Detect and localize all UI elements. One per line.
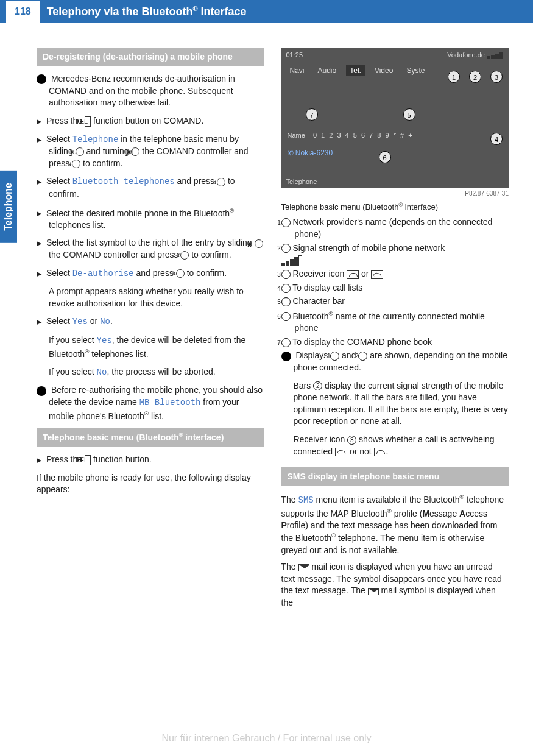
comand-screenshot: 01:25 Vodafone.de Navi Audio Tel. Video … bbox=[281, 48, 509, 188]
leg4-text: To display call lists bbox=[292, 283, 362, 292]
step-6: ▶ Select De-authorise and press ↯ to con… bbox=[37, 267, 264, 280]
leg3-pre: Receiver icon bbox=[292, 269, 347, 278]
watermark: Nur für internen Gebrauch / For internal… bbox=[0, 733, 533, 744]
circ-2: 2 bbox=[281, 244, 291, 253]
sms-post: menu item is available if the Bluetooth bbox=[314, 495, 460, 504]
marker-6: 6 bbox=[379, 151, 391, 163]
step-2-mono: Telephone bbox=[72, 135, 119, 144]
step-6-post: and press bbox=[134, 268, 176, 278]
legend-4: 4 To display call lists bbox=[281, 282, 509, 294]
scr-bottom-label: Telephone bbox=[286, 178, 317, 185]
step-6-mono: De-authorise bbox=[72, 269, 134, 278]
info3-b3-dot: . bbox=[386, 447, 389, 456]
step-6-body: A prompt appears asking whether you real… bbox=[37, 286, 264, 309]
marker-2: 2 bbox=[469, 71, 481, 83]
info3-b2-post: display the current signal strength of t… bbox=[294, 381, 508, 426]
info-icon: i bbox=[281, 352, 291, 361]
scr-tab-video: Video bbox=[371, 65, 397, 76]
step-1-post: function button on COMAND. bbox=[91, 116, 203, 125]
bullet-icon: ▶ bbox=[37, 270, 41, 277]
step-7-b1-tail: telephones list. bbox=[89, 348, 148, 358]
sup-r: ® bbox=[144, 410, 149, 417]
bullet-icon: ▶ bbox=[37, 210, 41, 217]
right-column: 01:25 Vodafone.de Navi Audio Tel. Video … bbox=[281, 48, 509, 609]
step-3-pre: Select bbox=[46, 176, 72, 186]
sms-p2-pre: The bbox=[281, 562, 298, 571]
info2-tail: list. bbox=[149, 411, 164, 420]
step-7-b1-yes: Yes bbox=[97, 336, 112, 345]
scr-phone-row: ✆ Nokia-6230 bbox=[288, 149, 503, 157]
info3-b3-or: or not bbox=[347, 447, 374, 456]
sms-bP: P bbox=[281, 520, 287, 530]
step-7-body1: If you select Yes, the device will be de… bbox=[37, 334, 264, 360]
content: De-registering (de-authorising) a mobile… bbox=[0, 23, 533, 609]
sms-t1: essage bbox=[429, 508, 459, 518]
step-8: ▶ Press the TEL function button. bbox=[37, 454, 264, 466]
press-icon: ↯ bbox=[72, 160, 80, 168]
step-4: ▶ Select the desired mobile phone in the… bbox=[37, 207, 264, 231]
info2-mono: MB Bluetooth bbox=[139, 398, 201, 408]
press-icon: ↯ bbox=[176, 269, 185, 278]
tel-key: TEL bbox=[85, 116, 91, 127]
circ-1-inline: 1 bbox=[330, 352, 339, 361]
leg7-text: To display the COMAND phone book bbox=[292, 337, 432, 347]
marker-7: 7 bbox=[306, 108, 318, 121]
bullet-icon: ▶ bbox=[37, 239, 41, 247]
step-3-mono: Bluetooth telephones bbox=[72, 177, 175, 186]
step-7-pre: Select bbox=[46, 316, 72, 326]
legend-6: 6 Bluetooth® name of the currently conne… bbox=[281, 309, 509, 334]
left-column: De-registering (de-authorising) a mobile… bbox=[37, 48, 264, 609]
receiver-up-icon bbox=[371, 270, 383, 279]
sup-r: ® bbox=[230, 207, 234, 214]
sms-t2: ccess bbox=[465, 508, 487, 518]
scr-name-row: Name 0 1 2 3 4 5 6 7 8 9 * # + bbox=[288, 132, 503, 139]
step-4-tail: telephones list. bbox=[49, 220, 105, 230]
leg3-or: or bbox=[359, 269, 371, 278]
step-2-mid: and turning bbox=[84, 146, 132, 156]
section-header-sms: SMS display in telephone basic menu bbox=[281, 467, 509, 486]
circ-5: 5 bbox=[281, 297, 291, 306]
step-7: ▶ Select Yes or No. bbox=[37, 316, 264, 328]
step-1: ▶ Press the TEL function button on COMAN… bbox=[37, 115, 264, 127]
screenshot-caption: Telephone basic menu (Bluetooth® interfa… bbox=[281, 202, 509, 211]
step-7-yes: Yes bbox=[72, 317, 88, 327]
info3-pre: Displays bbox=[295, 350, 330, 360]
info3-b2: Bars 2 display the current signal streng… bbox=[281, 380, 509, 428]
scr-tab-audio: Audio bbox=[314, 65, 341, 76]
legend-1: 1 Network provider's name (depends on th… bbox=[281, 216, 509, 240]
page-number: 118 bbox=[6, 1, 40, 23]
step-7-no: No bbox=[100, 317, 110, 327]
caption-pre: Telephone basic menu (Bluetooth bbox=[281, 202, 399, 211]
step-7-dot: . bbox=[110, 316, 113, 326]
step-5: ▶ Select the list symbol to the right of… bbox=[37, 237, 264, 261]
mail-full-icon bbox=[368, 588, 379, 595]
leg1-text: Network provider's name (depends on the … bbox=[292, 217, 492, 239]
step-2: ▶ Select Telephone in the telephone basi… bbox=[37, 133, 264, 170]
section-header-basic-menu: Telephone basic menu (Bluetooth® interfa… bbox=[37, 428, 264, 447]
circ-4: 4 bbox=[281, 284, 291, 293]
sup-r: ® bbox=[459, 493, 464, 500]
info3-b2-pre: Bars bbox=[294, 381, 314, 390]
scr-tab-tel: Tel. bbox=[346, 65, 365, 76]
legend-7: 7 To display the COMAND phone book bbox=[281, 336, 509, 348]
info3-b3: Receiver icon 3 shows whether a call is … bbox=[281, 434, 509, 457]
side-tab-telephone: Telephone bbox=[0, 171, 17, 243]
header-title-text: Telephony via the Bluetooth bbox=[47, 5, 193, 18]
step-5-end: to confirm. bbox=[189, 250, 231, 260]
scr-tab-navi: Navi bbox=[286, 65, 308, 76]
header-bar: 118 Telephony via the Bluetooth® interfa… bbox=[0, 0, 533, 23]
step-7-b2-pre: If you select bbox=[49, 367, 97, 376]
info-note-1: i Mercedes-Benz recommends de-authorisat… bbox=[37, 73, 264, 109]
scr-digits: 0 1 2 3 4 5 6 7 8 9 * # + bbox=[313, 132, 414, 139]
header-title-tail: interface bbox=[198, 5, 247, 18]
caption-post: interface) bbox=[403, 202, 438, 211]
bullet-icon: ▶ bbox=[37, 118, 41, 125]
marker-4: 4 bbox=[490, 133, 503, 145]
sms-pre: The bbox=[281, 495, 298, 504]
para-9: If the mobile phone is ready for use, th… bbox=[37, 472, 264, 496]
leg6-pre: Bluetooth bbox=[292, 311, 328, 321]
marker-5: 5 bbox=[403, 108, 415, 121]
circ-2-inline: 2 bbox=[313, 381, 322, 390]
receiver-down-icon bbox=[347, 270, 359, 279]
marker-3: 3 bbox=[490, 71, 503, 83]
